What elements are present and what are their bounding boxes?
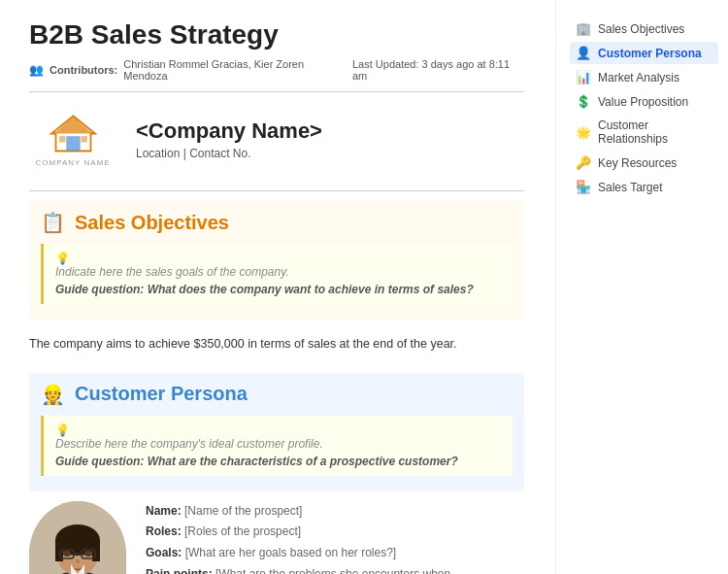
contributors-names: Christian Rommel Gracias, Kier Zoren Men… <box>123 58 347 82</box>
customer-persona-note: 💡 Describe here the company's ideal cust… <box>41 416 513 476</box>
customer-persona-icon: 👷 <box>41 383 65 406</box>
sales-objectives-bg: 📋 Sales Objectives 💡 Indicate here the s… <box>29 201 524 320</box>
persona-field-roles: Roles: [Roles of the prospect] <box>146 522 524 543</box>
sales-objectives-note: 💡 Indicate here the sales goals of the c… <box>41 244 513 304</box>
contributors-icon: 👥 <box>29 63 44 77</box>
sidebar-item-customer-persona[interactable]: 👤Customer Persona <box>570 42 718 64</box>
svg-rect-4 <box>81 136 86 142</box>
sales-objectives-icon: 📋 <box>41 211 65 234</box>
sales-objectives-note-italic: Indicate here the sales goals of the com… <box>55 265 501 279</box>
page-title: B2B Sales Strategy <box>29 19 524 51</box>
sales-objectives-note-guide: Guide question: What does the company wa… <box>55 283 474 296</box>
company-logo-icon <box>47 112 100 155</box>
persona-field-goals: Goals: [What are her goals based on her … <box>146 543 524 564</box>
sidebar-icon-4: 🌟 <box>576 125 591 140</box>
sales-objectives-body: The company aims to achieve $350,000 in … <box>29 335 524 354</box>
svg-rect-1 <box>66 136 80 151</box>
customer-persona-title: Customer Persona <box>75 383 248 405</box>
sidebar-item-value-proposition[interactable]: 💲Value Proposition <box>570 90 718 113</box>
divider-mid <box>29 190 524 191</box>
sidebar-icon-3: 💲 <box>576 94 591 109</box>
sidebar-icon-6: 🏪 <box>576 180 591 194</box>
sidebar: 🏢Sales Objectives👤Customer Persona📊Marke… <box>555 0 728 574</box>
customer-persona-section: 👷 Customer Persona 💡 Describe here the c… <box>29 373 524 574</box>
note-icon-2: 💡 <box>55 423 70 437</box>
sidebar-label-0: Sales Objectives <box>598 22 684 36</box>
svg-point-17 <box>76 559 80 562</box>
svg-rect-3 <box>59 136 65 142</box>
main-content: B2B Sales Strategy 👥 Contributors: Chris… <box>0 0 553 574</box>
persona-info: Name: [Name of the prospect] Roles: [Rol… <box>29 501 524 574</box>
customer-persona-note-guide: Guide question: What are the characteris… <box>55 455 458 468</box>
persona-photo-svg <box>29 501 126 574</box>
sidebar-label-1: Customer Persona <box>598 47 702 60</box>
svg-marker-2 <box>53 117 92 133</box>
sidebar-icon-1: 👤 <box>576 46 591 60</box>
sidebar-label-3: Value Proposition <box>598 95 688 109</box>
contributors-bar: 👥 Contributors: Christian Rommel Gracias… <box>29 58 524 82</box>
persona-details: Name: [Name of the prospect] Roles: [Rol… <box>146 501 524 574</box>
last-updated: Last Updated: 3 days ago at 8:11 am <box>352 58 524 82</box>
sidebar-item-customer-relationships[interactable]: 🌟Customer Relationships <box>570 115 718 150</box>
sidebar-icon-2: 📊 <box>576 70 591 84</box>
sidebar-label-4: Customer Relationships <box>598 118 712 146</box>
persona-field-name: Name: [Name of the prospect] <box>146 501 524 523</box>
sidebar-item-market-analysis[interactable]: 📊Market Analysis <box>570 66 718 88</box>
sidebar-item-sales-target[interactable]: 🏪Sales Target <box>570 176 718 198</box>
company-logo-label: COMPANY NAME <box>35 158 110 167</box>
contributors-label: Contributors: <box>50 64 117 76</box>
sidebar-label-2: Market Analysis <box>598 71 679 84</box>
divider-top <box>29 91 524 92</box>
sidebar-icon-0: 🏢 <box>576 21 591 36</box>
customer-persona-bg: 👷 Customer Persona 💡 Describe here the c… <box>29 373 524 491</box>
svg-point-15 <box>63 551 71 557</box>
sidebar-icon-5: 🔑 <box>576 155 591 170</box>
sidebar-items-container: 🏢Sales Objectives👤Customer Persona📊Marke… <box>570 17 718 198</box>
customer-persona-note-italic: Describe here the company's ideal custom… <box>55 437 501 451</box>
sidebar-item-sales-objectives[interactable]: 🏢Sales Objectives <box>570 17 718 40</box>
sales-objectives-section: 📋 Sales Objectives 💡 Indicate here the s… <box>29 201 524 354</box>
company-name: <Company Name> <box>136 118 322 144</box>
company-block: COMPANY NAME <Company Name> Location | C… <box>29 102 524 181</box>
company-sub: Location | Contact No. <box>136 147 322 160</box>
sidebar-label-5: Key Resources <box>598 156 677 170</box>
sales-objectives-title: Sales Objectives <box>75 212 229 234</box>
company-info: <Company Name> Location | Contact No. <box>136 118 322 160</box>
sidebar-label-6: Sales Target <box>598 181 663 194</box>
customer-persona-heading: 👷 Customer Persona <box>41 383 513 406</box>
persona-field-pain: Pain points: [What are the problems she … <box>146 564 524 574</box>
note-icon-1: 💡 <box>55 252 70 265</box>
sales-objectives-heading: 📋 Sales Objectives <box>41 211 513 234</box>
persona-photo <box>29 501 126 574</box>
company-logo-area: COMPANY NAME <box>29 112 116 167</box>
svg-point-16 <box>84 551 92 557</box>
sidebar-item-key-resources[interactable]: 🔑Key Resources <box>570 152 718 174</box>
